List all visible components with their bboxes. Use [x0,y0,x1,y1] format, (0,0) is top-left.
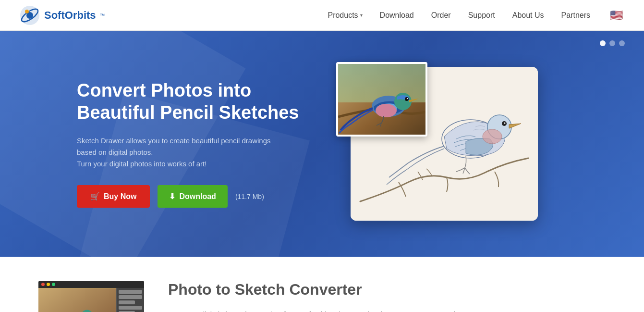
logo[interactable]: SoftOrbits™ [19,5,105,26]
lower-text: Photo to Sketch Converter Turn your digi… [168,281,606,312]
app-titlebar [38,281,144,288]
section-title: Photo to Sketch Converter [168,281,606,299]
lower-section: Photo to Sketch Converter Turn your digi… [0,257,644,312]
panel-row [119,306,142,310]
app-body [38,288,144,312]
carousel-dot-2[interactable] [609,40,615,46]
carousel-dot-3[interactable] [619,40,625,46]
app-canvas [38,288,116,312]
close-dot [41,283,45,286]
original-photo [336,62,427,137]
cart-icon: 🛒 [90,192,100,201]
hero-title: Convert Photos into Beautiful Pencil Ske… [77,80,327,124]
section-description: Turn your digital photos into works of a… [168,308,606,312]
chevron-down-icon: ▾ [360,12,363,18]
svg-rect-17 [38,289,116,312]
minimize-dot [47,283,50,286]
carousel-dots [600,40,625,46]
app-screenshot [38,281,144,312]
svg-point-15 [405,97,409,101]
app-panel [116,288,144,312]
nav-support[interactable]: Support [468,11,495,20]
carousel-dot-1[interactable] [600,40,606,46]
nav-order[interactable]: Order [431,11,451,20]
nav-about[interactable]: About Us [512,11,544,20]
download-button[interactable]: ⬇ Download [158,185,227,208]
buy-now-button[interactable]: 🛒 Buy Now [77,185,150,208]
svg-point-9 [483,129,502,144]
svg-point-13 [376,104,397,117]
language-selector[interactable]: 🇺🇸 [608,7,625,24]
main-nav: Products ▾ Download Order Support About … [328,7,625,24]
logo-icon [19,5,40,26]
nav-partners[interactable]: Partners [561,11,590,20]
sketch-composite [336,62,538,225]
app-canvas-preview [38,288,116,312]
nav-download[interactable]: Download [380,11,414,20]
panel-row [119,290,142,294]
panel-row [119,295,142,299]
bird-photo-svg [338,64,425,135]
download-icon: ⬇ [169,192,175,201]
site-header: SoftOrbits™ Products ▾ Download Order Su… [0,0,644,31]
hero-section: Convert Photos into Beautiful Pencil Ske… [0,31,644,257]
file-size: (11.7 Mb) [235,193,264,200]
hero-description: Sketch Drawer allows you to create beaut… [77,135,327,170]
svg-point-8 [504,123,506,124]
nav-products[interactable]: Products ▾ [328,11,362,20]
svg-point-3 [25,10,29,13]
hero-image [327,62,547,225]
maximize-dot [52,283,55,286]
svg-point-16 [407,98,408,99]
logo-tm: ™ [100,12,105,18]
hero-buttons: 🛒 Buy Now ⬇ Download (11.7 Mb) [77,185,327,208]
logo-text: SoftOrbits [44,9,96,22]
hero-content: Convert Photos into Beautiful Pencil Ske… [77,80,327,208]
panel-row [119,300,135,304]
